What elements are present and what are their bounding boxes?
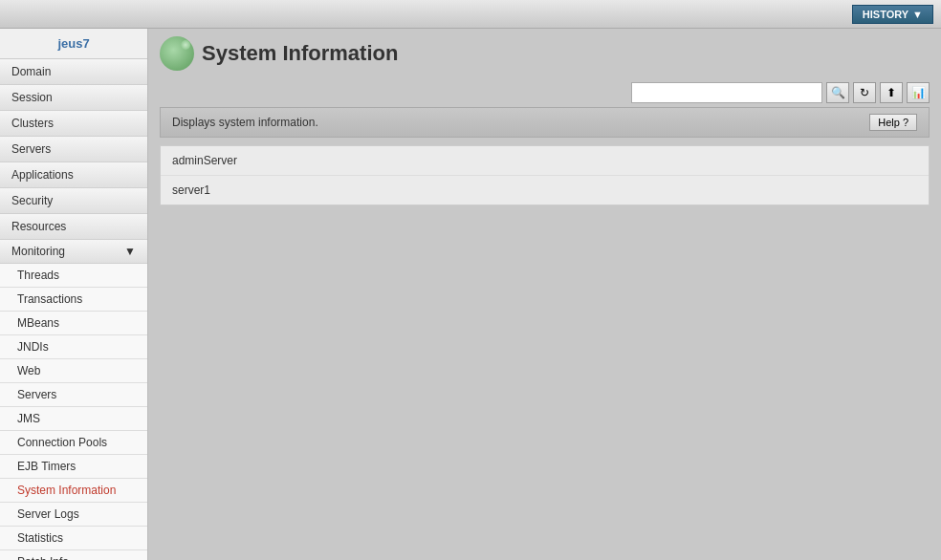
content-area: adminServer server1 (160, 145, 930, 205)
monitoring-arrow: ▼ (124, 245, 136, 258)
sidebar-item-ejb-timers[interactable]: EJB Timers (0, 455, 147, 479)
sidebar-item-applications[interactable]: Applications (0, 162, 147, 188)
info-bar: Displays system information. Help ? (160, 107, 930, 138)
help-button[interactable]: Help ? (869, 114, 917, 131)
page-logo (160, 36, 194, 71)
main-content: System Information 🔍 ↻ ⬆ 📊 Displays syst… (148, 29, 941, 560)
monitoring-label: Monitoring (11, 245, 65, 258)
search-input[interactable] (631, 82, 822, 103)
sidebar-item-clusters[interactable]: Clusters (0, 111, 147, 137)
info-description: Displays system information. (172, 116, 318, 129)
sidebar-item-servers-sub[interactable]: Servers (0, 383, 147, 407)
sidebar-item-servers[interactable]: Servers (0, 137, 147, 162)
sidebar-item-jndis[interactable]: JNDIs (0, 335, 147, 359)
sidebar-item-statistics[interactable]: Statistics (0, 527, 147, 550)
sidebar-item-mbeans[interactable]: MBeans (0, 312, 147, 335)
export-button[interactable]: ⬆ (880, 82, 903, 103)
history-button[interactable]: HISTORY ▼ (852, 5, 933, 24)
sidebar-item-jms[interactable]: JMS (0, 407, 147, 431)
help-icon: ? (903, 117, 908, 128)
chart-button[interactable]: 📊 (907, 82, 930, 103)
sidebar-item-system-information[interactable]: System Information (0, 479, 147, 503)
sidebar-item-domain[interactable]: Domain (0, 59, 147, 85)
sidebar-title: jeus7 (0, 29, 147, 59)
page-header: System Information (148, 29, 941, 78)
sidebar-item-threads[interactable]: Threads (0, 264, 147, 288)
search-button[interactable]: 🔍 (826, 82, 849, 103)
sidebar-item-connection-pools[interactable]: Connection Pools (0, 431, 147, 455)
refresh-button[interactable]: ↻ (853, 82, 876, 103)
history-arrow: ▼ (912, 9, 923, 20)
top-bar: HISTORY ▼ (0, 0, 941, 29)
main-layout: jeus7 Domain Session Clusters Servers Ap… (0, 29, 941, 560)
sidebar-item-web[interactable]: Web (0, 359, 147, 383)
server-row-admin[interactable]: adminServer (161, 146, 929, 176)
sidebar-item-session[interactable]: Session (0, 85, 147, 111)
history-label: HISTORY (863, 9, 908, 20)
sidebar-item-security[interactable]: Security (0, 188, 147, 214)
monitoring-section[interactable]: Monitoring ▼ (0, 240, 147, 264)
toolbar: 🔍 ↻ ⬆ 📊 (148, 78, 941, 107)
sidebar: jeus7 Domain Session Clusters Servers Ap… (0, 29, 148, 560)
server-row-server1[interactable]: server1 (161, 176, 929, 205)
sidebar-item-server-logs[interactable]: Server Logs (0, 503, 147, 527)
page-title: System Information (202, 41, 398, 66)
sidebar-item-transactions[interactable]: Transactions (0, 288, 147, 312)
sidebar-item-resources[interactable]: Resources (0, 214, 147, 240)
help-label: Help (878, 117, 900, 128)
sidebar-item-patch-info[interactable]: Patch Info (0, 550, 147, 560)
